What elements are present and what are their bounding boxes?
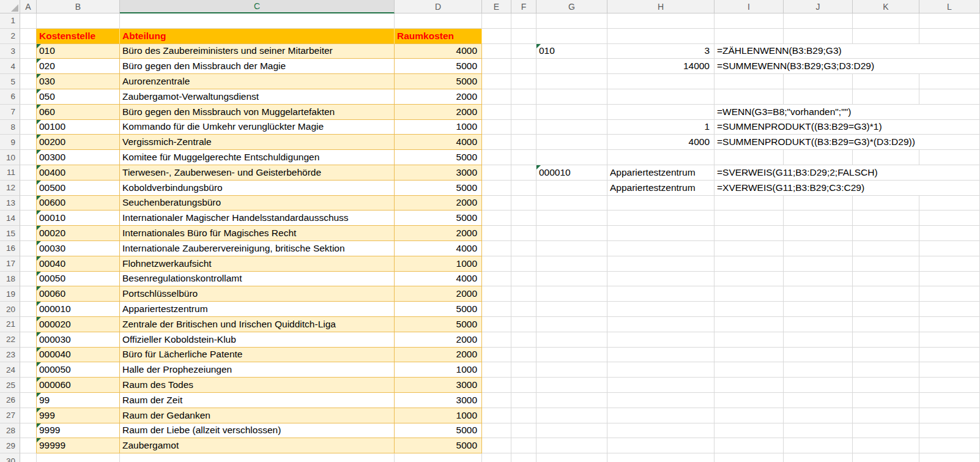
row-header-2[interactable]: 2 (0, 29, 20, 44)
cell-A15[interactable] (20, 226, 37, 241)
cell-G30[interactable] (536, 453, 607, 462)
cell-H9[interactable]: 4000 (607, 135, 715, 150)
cell-I3-formula-text[interactable]: =ZÄHLENWENN(B3:B29;G3) (715, 44, 980, 59)
cell-L15[interactable] (919, 226, 980, 241)
cell-G21[interactable] (536, 317, 607, 332)
cell-A10[interactable] (20, 150, 37, 165)
row-header-4[interactable]: 4 (0, 59, 20, 74)
cell-C17[interactable]: Flohnetzwerkaufsicht (120, 256, 395, 272)
row-header-12[interactable]: 12 (0, 181, 20, 196)
row-header-19[interactable]: 19 (0, 286, 20, 302)
cell-B11[interactable]: 00400 (37, 165, 120, 181)
cell-C29[interactable]: Zaubergamot (120, 438, 395, 453)
cell-L26[interactable] (919, 393, 980, 408)
cell-K16[interactable] (853, 241, 919, 256)
cell-D30[interactable] (395, 453, 482, 462)
column-header-A[interactable]: A (20, 0, 37, 13)
cell-B15[interactable]: 00020 (37, 226, 120, 241)
cell-F3[interactable] (511, 44, 536, 59)
cell-A30[interactable] (20, 453, 37, 462)
cell-A23[interactable] (20, 348, 37, 363)
cell-B5[interactable]: 030 (37, 74, 120, 89)
cell-K10[interactable] (853, 150, 919, 165)
cell-H1[interactable] (607, 13, 715, 29)
row-header-8[interactable]: 8 (0, 120, 20, 135)
cell-C30[interactable] (120, 453, 395, 462)
cell-J2[interactable] (784, 29, 853, 44)
cell-C2-table-header[interactable]: Abteilung (120, 29, 395, 44)
cell-F4[interactable] (511, 59, 536, 74)
cell-K29[interactable] (853, 438, 919, 453)
cell-F27[interactable] (511, 408, 536, 423)
cell-L27[interactable] (919, 408, 980, 423)
cell-I26[interactable] (715, 393, 784, 408)
cell-J18[interactable] (784, 272, 853, 287)
cell-B29[interactable]: 99999 (37, 438, 120, 453)
cell-D20[interactable]: 5000 (395, 302, 482, 317)
cell-J15[interactable] (784, 226, 853, 241)
cell-L25[interactable] (919, 378, 980, 393)
cell-C18[interactable]: Besenregulationskontrollamt (120, 272, 395, 287)
cell-G12[interactable] (536, 181, 607, 196)
cell-C11[interactable]: Tierwesen-, Zauberwesen- und Geisterbehö… (120, 165, 395, 181)
row-header-13[interactable]: 13 (0, 196, 20, 211)
cell-H10[interactable] (607, 150, 715, 165)
cell-C19[interactable]: Portschlüsselbüro (120, 286, 395, 302)
cell-D1[interactable] (395, 13, 482, 29)
cell-G1[interactable] (536, 13, 607, 29)
cell-F2[interactable] (511, 29, 536, 44)
cell-I6[interactable] (715, 89, 784, 105)
cell-D7[interactable]: 2000 (395, 105, 482, 120)
cell-A21[interactable] (20, 317, 37, 332)
cell-D3[interactable]: 4000 (395, 44, 482, 59)
cell-H16[interactable] (607, 241, 715, 256)
cell-D22[interactable]: 2000 (395, 332, 482, 348)
cell-D8[interactable]: 1000 (395, 120, 482, 135)
cell-C1[interactable] (120, 13, 395, 29)
cell-A14[interactable] (20, 211, 37, 226)
cell-F26[interactable] (511, 393, 536, 408)
row-header-23[interactable]: 23 (0, 348, 20, 363)
cell-G4[interactable] (536, 59, 607, 74)
row-header-5[interactable]: 5 (0, 74, 20, 89)
cell-D24[interactable]: 1000 (395, 362, 482, 378)
cell-F20[interactable] (511, 302, 536, 317)
cell-I1[interactable] (715, 13, 784, 29)
cell-E11[interactable] (482, 165, 511, 181)
cell-E5[interactable] (482, 74, 511, 89)
cell-A5[interactable] (20, 74, 37, 89)
cell-G14[interactable] (536, 211, 607, 226)
cell-L2[interactable] (919, 29, 980, 44)
cell-I2[interactable] (715, 29, 784, 44)
cell-L13[interactable] (919, 196, 980, 211)
column-header-E[interactable]: E (482, 0, 511, 13)
cell-K30[interactable] (853, 453, 919, 462)
cell-E29[interactable] (482, 438, 511, 453)
cell-F15[interactable] (511, 226, 536, 241)
cell-F22[interactable] (511, 332, 536, 348)
cell-A28[interactable] (20, 423, 37, 439)
cell-F21[interactable] (511, 317, 536, 332)
cell-K22[interactable] (853, 332, 919, 348)
cell-I7-formula-text[interactable]: =WENN(G3=B8;"vorhanden";"") (715, 105, 980, 120)
cell-B17[interactable]: 00040 (37, 256, 120, 272)
cell-E26[interactable] (482, 393, 511, 408)
cell-L6[interactable] (919, 89, 980, 105)
cell-G27[interactable] (536, 408, 607, 423)
row-header-30[interactable]: 30 (0, 453, 20, 462)
cell-G23[interactable] (536, 348, 607, 363)
cell-F1[interactable] (511, 13, 536, 29)
row-header-10[interactable]: 10 (0, 150, 20, 165)
cell-D23[interactable]: 2000 (395, 348, 482, 363)
cell-B16[interactable]: 00030 (37, 241, 120, 256)
cell-H14[interactable] (607, 211, 715, 226)
cell-J29[interactable] (784, 438, 853, 453)
column-header-K[interactable]: K (853, 0, 919, 13)
cell-I25[interactable] (715, 378, 784, 393)
cell-E18[interactable] (482, 272, 511, 287)
cell-F28[interactable] (511, 423, 536, 439)
cell-D5[interactable]: 5000 (395, 74, 482, 89)
cell-J13[interactable] (784, 196, 853, 211)
cell-J14[interactable] (784, 211, 853, 226)
cell-D6[interactable]: 2000 (395, 89, 482, 105)
